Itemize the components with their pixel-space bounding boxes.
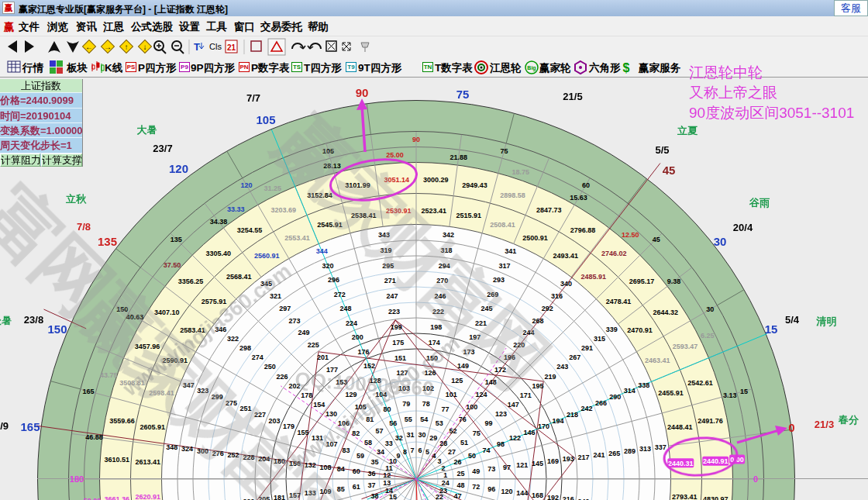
svg-text:5/4: 5/4 bbox=[785, 314, 800, 326]
svg-text:150: 150 bbox=[47, 322, 67, 336]
svg-text:2478.41: 2478.41 bbox=[606, 298, 632, 305]
svg-text:2491.76: 2491.76 bbox=[698, 417, 723, 425]
svg-text:立夏: 立夏 bbox=[677, 125, 698, 136]
svg-text:297: 297 bbox=[279, 305, 291, 312]
svg-text:3305.40: 3305.40 bbox=[206, 250, 232, 257]
svg-text:224: 224 bbox=[346, 319, 357, 327]
svg-text:151: 151 bbox=[394, 354, 406, 362]
svg-text:35: 35 bbox=[370, 458, 378, 466]
svg-text:165: 165 bbox=[82, 388, 94, 395]
svg-text:266: 266 bbox=[595, 399, 607, 407]
svg-text:6.25: 6.25 bbox=[701, 332, 715, 340]
svg-text:34.38: 34.38 bbox=[210, 218, 228, 226]
svg-text:48: 48 bbox=[456, 481, 464, 489]
svg-text:6: 6 bbox=[418, 447, 422, 454]
svg-text:53: 53 bbox=[436, 419, 443, 427]
svg-text:73: 73 bbox=[487, 465, 495, 473]
svg-text:4830.97: 4830.97 bbox=[703, 495, 728, 500]
svg-text:2493.41: 2493.41 bbox=[553, 252, 579, 260]
svg-text:130: 130 bbox=[326, 410, 337, 418]
svg-text:50.00: 50.00 bbox=[84, 497, 102, 500]
svg-text:9: 9 bbox=[396, 452, 400, 460]
svg-text:135: 135 bbox=[170, 236, 182, 243]
svg-text:31.25: 31.25 bbox=[264, 184, 281, 192]
svg-text:1: 1 bbox=[443, 471, 447, 479]
svg-text:12: 12 bbox=[383, 471, 391, 479]
svg-text:291: 291 bbox=[581, 344, 593, 352]
svg-text:15.63: 15.63 bbox=[570, 194, 587, 202]
svg-text:194: 194 bbox=[552, 417, 563, 425]
svg-text:75: 75 bbox=[500, 147, 508, 155]
svg-text:146: 146 bbox=[523, 429, 535, 436]
svg-text:2485.91: 2485.91 bbox=[581, 273, 607, 281]
svg-text:175: 175 bbox=[392, 339, 404, 347]
svg-text:338: 338 bbox=[638, 381, 649, 389]
svg-text:春分: 春分 bbox=[838, 414, 859, 426]
svg-text:105: 105 bbox=[256, 113, 275, 126]
svg-text:3356.25: 3356.25 bbox=[178, 278, 204, 285]
svg-text:83: 83 bbox=[342, 447, 350, 454]
svg-text:340: 340 bbox=[560, 280, 572, 288]
svg-text:2440.31: 2440.31 bbox=[668, 460, 694, 467]
svg-text:3254.55: 3254.55 bbox=[237, 226, 263, 234]
svg-text:77: 77 bbox=[441, 405, 449, 413]
svg-text:135: 135 bbox=[98, 235, 117, 248]
svg-text:38: 38 bbox=[370, 492, 378, 500]
svg-text:清明: 清明 bbox=[816, 316, 837, 327]
svg-text:200: 200 bbox=[352, 333, 363, 341]
svg-text:49: 49 bbox=[472, 467, 480, 475]
svg-text:34: 34 bbox=[377, 448, 384, 456]
svg-text:2455.91: 2455.91 bbox=[658, 389, 684, 397]
svg-text:11: 11 bbox=[385, 464, 393, 472]
svg-text:谷雨: 谷雨 bbox=[749, 197, 770, 209]
svg-text:2508.41: 2508.41 bbox=[490, 221, 515, 229]
svg-text:274: 274 bbox=[252, 353, 264, 361]
svg-text:4: 4 bbox=[432, 452, 436, 460]
svg-text:15: 15 bbox=[740, 388, 748, 395]
svg-text:→: → bbox=[104, 43, 112, 51]
svg-text:2620.91: 2620.91 bbox=[135, 493, 160, 500]
svg-text:121: 121 bbox=[516, 461, 528, 469]
svg-text:272: 272 bbox=[334, 291, 346, 298]
svg-text:96: 96 bbox=[487, 485, 495, 493]
svg-text:337: 337 bbox=[655, 443, 666, 451]
svg-text:241: 241 bbox=[593, 451, 604, 459]
svg-text:37: 37 bbox=[367, 481, 375, 489]
svg-text:18.75: 18.75 bbox=[512, 168, 529, 176]
svg-text:225: 225 bbox=[308, 341, 319, 349]
svg-text:2448.41: 2448.41 bbox=[667, 423, 693, 431]
svg-text:72: 72 bbox=[472, 483, 480, 491]
svg-text:30: 30 bbox=[706, 305, 714, 313]
svg-text:30: 30 bbox=[714, 235, 727, 248]
svg-text:$: $ bbox=[623, 61, 630, 74]
svg-text:125: 125 bbox=[451, 377, 463, 384]
svg-text:32: 32 bbox=[395, 434, 403, 442]
svg-text:5/5: 5/5 bbox=[655, 144, 669, 156]
svg-text:242: 242 bbox=[580, 405, 592, 412]
svg-text:2560.91: 2560.91 bbox=[254, 252, 280, 260]
svg-text:46.88: 46.88 bbox=[85, 433, 103, 441]
svg-text:339: 339 bbox=[606, 326, 618, 333]
svg-text:265: 265 bbox=[608, 450, 620, 457]
svg-text:2605.91: 2605.91 bbox=[140, 423, 165, 431]
svg-text:90: 90 bbox=[412, 136, 420, 143]
svg-text:341: 341 bbox=[505, 247, 516, 255]
svg-text:56: 56 bbox=[389, 419, 397, 427]
svg-text:344: 344 bbox=[316, 247, 328, 255]
svg-text:76: 76 bbox=[459, 416, 467, 423]
svg-text:58: 58 bbox=[364, 439, 372, 447]
svg-text:249: 249 bbox=[298, 329, 310, 336]
svg-text:218: 218 bbox=[567, 411, 578, 419]
svg-text:120: 120 bbox=[501, 488, 512, 495]
svg-text:2847.73: 2847.73 bbox=[536, 206, 562, 214]
svg-text:50: 50 bbox=[468, 452, 476, 460]
svg-text:290: 290 bbox=[609, 393, 621, 401]
svg-text:55: 55 bbox=[405, 416, 412, 423]
svg-text:75: 75 bbox=[473, 429, 480, 437]
svg-text:2613.41: 2613.41 bbox=[135, 458, 160, 466]
svg-text:24: 24 bbox=[442, 479, 450, 487]
svg-text:273: 273 bbox=[288, 317, 300, 325]
svg-text:2796.88: 2796.88 bbox=[570, 226, 596, 234]
svg-text:47: 47 bbox=[454, 492, 462, 500]
svg-text:2: 2 bbox=[442, 464, 446, 472]
